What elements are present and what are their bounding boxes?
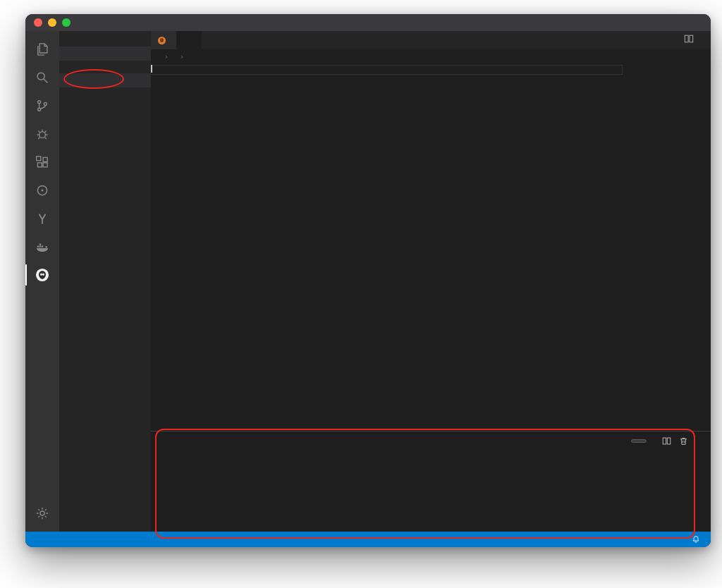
bottom-panel bbox=[151, 431, 711, 532]
explorer-icon[interactable] bbox=[25, 35, 59, 63]
status-bar-right bbox=[622, 535, 702, 544]
text-cursor bbox=[151, 65, 152, 73]
y-extension-icon[interactable] bbox=[25, 204, 59, 233]
bell-icon bbox=[692, 535, 700, 544]
source-control-icon[interactable] bbox=[25, 92, 59, 120]
platformio-alien-icon[interactable] bbox=[25, 261, 59, 289]
breadcrumb: › › bbox=[151, 49, 711, 63]
docker-whale-icon[interactable] bbox=[25, 233, 59, 261]
editor-tab-bar bbox=[151, 31, 711, 49]
platformio-sidebar bbox=[59, 31, 151, 532]
debug-icon[interactable] bbox=[25, 120, 59, 148]
window-controls bbox=[25, 18, 71, 27]
split-editor-icon[interactable] bbox=[684, 34, 694, 47]
sidebar-title bbox=[59, 31, 151, 47]
platformio-icon bbox=[158, 37, 166, 44]
tab-main-cpp[interactable] bbox=[177, 31, 202, 49]
close-window-button[interactable] bbox=[34, 18, 42, 27]
target-icon[interactable] bbox=[25, 176, 59, 204]
panel-header bbox=[151, 431, 711, 450]
chevron-right-icon: › bbox=[180, 53, 183, 61]
tab-pio-home[interactable] bbox=[151, 31, 177, 49]
notifications-bell[interactable] bbox=[692, 535, 702, 544]
zoom-window-button[interactable] bbox=[62, 18, 71, 27]
status-bar bbox=[25, 532, 711, 547]
split-terminal-icon[interactable] bbox=[662, 436, 671, 446]
search-icon[interactable] bbox=[25, 63, 59, 92]
current-line-highlight bbox=[151, 65, 623, 75]
terminal-output[interactable] bbox=[151, 450, 711, 532]
terminal-picker-dropdown[interactable] bbox=[631, 439, 647, 443]
code-editor[interactable] bbox=[151, 63, 711, 431]
section-project-tasks[interactable] bbox=[59, 47, 151, 61]
activity-bar bbox=[25, 31, 59, 532]
gear-icon[interactable] bbox=[25, 499, 59, 527]
extensions-icon[interactable] bbox=[25, 148, 59, 176]
kill-terminal-icon[interactable] bbox=[679, 436, 688, 446]
chevron-right-icon: › bbox=[165, 53, 168, 61]
titlebar[interactable] bbox=[25, 14, 711, 31]
section-quick-access[interactable] bbox=[59, 73, 151, 87]
minimize-window-button[interactable] bbox=[48, 18, 56, 27]
vscode-window: › › bbox=[25, 14, 711, 547]
